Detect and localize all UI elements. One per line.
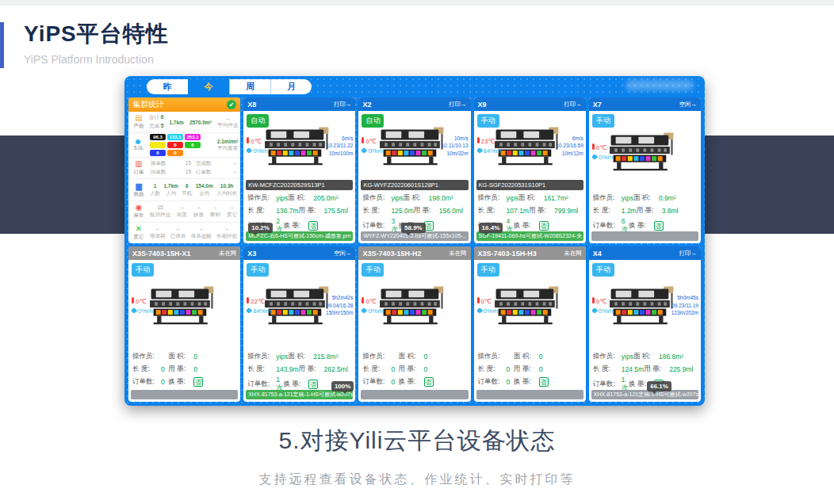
humidity-reading: 0%rh xyxy=(362,307,383,316)
humidity-reading: 0%rh xyxy=(592,307,614,316)
device-name: X8 xyxy=(247,101,256,109)
area-label: 面 积: xyxy=(633,352,659,361)
device-name: X3S-7403-15H-X1 xyxy=(132,250,191,258)
area-value: 0.9m² xyxy=(659,194,701,202)
tab-yesterday[interactable]: 昨 xyxy=(147,79,188,94)
ink-value: 0 xyxy=(539,365,582,373)
operator-value: yips xyxy=(276,353,288,361)
droplet-icon xyxy=(591,154,598,160)
mode-badge: 自动 xyxy=(362,114,384,128)
progress-tooltip: 66.1% xyxy=(647,381,671,391)
ink-change-label: 换 墨: xyxy=(399,377,424,387)
orders-label: 订单数: xyxy=(132,377,161,387)
printer-card[interactable]: X3S-7403-15H-X1 未在网 手动 xyxy=(128,246,240,402)
droplet-icon xyxy=(361,147,367,154)
temperature-reading: 0℃ xyxy=(592,143,614,153)
job-info-lines: 5h2m42s09.04/16.28150m/150m xyxy=(326,294,353,317)
device-id-bar: KG-SGF20220531S10P1 xyxy=(476,180,583,190)
length-value: 0 xyxy=(391,365,398,373)
ink-change-label: 换 墨: xyxy=(514,377,539,387)
environment-readings: 0℃ 0%rh xyxy=(132,297,153,316)
device-status: 打印→ xyxy=(679,250,697,258)
tab-today[interactable]: 今 xyxy=(188,79,229,94)
length-value: 0 xyxy=(507,365,514,373)
ink-value: 0 xyxy=(424,365,467,373)
area-label: 面 积: xyxy=(399,352,424,361)
environment-readings: 23℃ 84%rh xyxy=(477,137,502,156)
droplet-icon xyxy=(131,307,137,314)
device-grid: 集群统计 ✔ ▤ 产能 合计 6 完成 5 1.7km 2570.0m² – 平… xyxy=(128,97,701,402)
device-name: X2 xyxy=(362,101,371,109)
operator-label: 操作员: xyxy=(478,352,507,361)
operator-value: yips xyxy=(622,353,633,361)
card-body: 手动 xyxy=(243,260,355,402)
thermometer-icon xyxy=(362,297,364,304)
length-label: 长 度: xyxy=(362,206,391,216)
printer-image xyxy=(375,285,454,325)
ink-level-pills: 96.3 133.1 253.1 0 0 0 0 xyxy=(149,133,215,157)
printer-card[interactable]: X8 打印→ 自动 xyxy=(243,97,355,243)
cluster-stats-title: 集群统计 xyxy=(132,99,164,110)
x-mark-icon: ✕ xyxy=(136,225,142,233)
temperature-reading: 23℃ xyxy=(477,137,502,147)
operator-value: yips xyxy=(507,194,518,202)
device-name: X4 xyxy=(593,250,602,258)
thermometer-icon xyxy=(247,137,249,143)
card-body: 手动 xyxy=(474,260,586,402)
temperature-reading: 0℃ xyxy=(592,297,614,307)
operator-label: 操作员: xyxy=(247,352,276,361)
device-status: 未在网 xyxy=(449,250,467,258)
sidebar-row-capacity: ▤ 产能 合计 6 完成 5 1.7km 2570.0m² – 平均作业 xyxy=(128,112,240,133)
humidity-reading: 84%rh xyxy=(477,147,502,156)
printer-card[interactable]: X7 空闲→ 手动 xyxy=(589,97,701,243)
device-name: X7 xyxy=(593,101,602,109)
printer-card[interactable]: X3S-7403-15H-H2 未在网 手动 xyxy=(358,246,470,402)
orders-icon: ▥ xyxy=(135,160,142,168)
droplet-icon xyxy=(246,147,252,154)
page-subtitle: YiPS Platform Introduction xyxy=(24,53,169,66)
alert-pin-icon: ◉ xyxy=(136,204,143,212)
printer-card[interactable]: X3S-7403-15H-H3 未在网 手动 xyxy=(474,246,586,402)
orders-label: 订单数: xyxy=(478,377,507,387)
printer-card[interactable]: X4 打印→ 手动 xyxy=(589,246,701,402)
row-label: 产能 xyxy=(134,123,144,130)
device-name: X3S-7403-15H-H3 xyxy=(478,250,537,258)
orders-label: 订单数: xyxy=(247,380,276,389)
ink-label: 用 墨: xyxy=(399,365,424,374)
length-label: 长 度: xyxy=(478,206,507,216)
printer-card[interactable]: X2 打印→ 自动 xyxy=(358,97,470,243)
environment-readings: 0℃ 0%rh xyxy=(592,297,614,316)
length-label: 长 度: xyxy=(478,365,507,374)
printer-image xyxy=(605,132,684,171)
droplet-icon xyxy=(361,307,367,314)
ink-change-indicator: 否 xyxy=(193,377,203,387)
operator-value: yips xyxy=(391,194,403,202)
operator-label: 操作员: xyxy=(593,352,622,361)
ink-label: 用 墨: xyxy=(299,365,324,374)
length-value: 124.5m xyxy=(622,365,644,373)
printer-card[interactable]: X3 空闲→ 手动 xyxy=(243,246,355,402)
area-value: 161.7m² xyxy=(544,194,586,202)
droplet-icon xyxy=(476,147,482,154)
humidity-reading: 0%rh xyxy=(247,147,268,156)
card-header: X3S-7403-15H-X1 未在网 xyxy=(128,246,240,260)
card-stats: 操作员: 面 积: 0 长 度: 0 用 墨: 0 订单数: 0 换 墨: 否 xyxy=(358,350,470,390)
device-status: 打印→ xyxy=(564,101,582,109)
mode-badge: 手动 xyxy=(132,263,154,277)
current-job-filebar xyxy=(361,390,468,399)
length-value: 0 xyxy=(161,365,168,373)
length-label: 长 度: xyxy=(593,365,622,374)
blurred-watermark xyxy=(626,80,694,90)
tab-month[interactable]: 月 xyxy=(270,79,312,94)
ink-change-label: 换 墨: xyxy=(629,221,654,231)
printer-image xyxy=(490,285,569,325)
ink-change-indicator: 否 xyxy=(308,221,318,231)
card-body: 手动 xyxy=(128,260,240,402)
sidebar-row-efficiency: ▆ 效能 1人数 1.7km人均 6开机 154.0m台均 10.3h人均时长 xyxy=(128,179,240,200)
sidebar-row-abnormal: ◉ 异常 15取消作业 –闲置 –缺墨 –断料 –其它 xyxy=(128,201,240,223)
tab-week[interactable]: 周 xyxy=(229,79,270,94)
printer-card[interactable]: X9 打印→ 手动 xyxy=(474,97,586,243)
thermometer-icon xyxy=(247,297,249,304)
card-header: X7 空闲→ xyxy=(589,97,701,111)
length-value: 125.0m xyxy=(391,207,413,215)
